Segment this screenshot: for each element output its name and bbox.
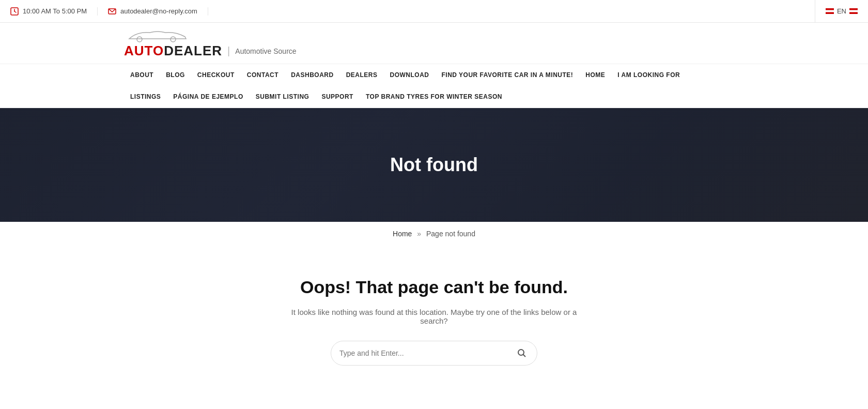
nav-item-about[interactable]: ABOUT [124, 64, 160, 86]
hours-text: 10:00 AM To 5:00 PM [23, 7, 87, 15]
nav-row-2: LISTINGS PÁGINA DE EJEMPLO SUBMIT LISTIN… [124, 86, 744, 108]
search-icon [517, 349, 526, 358]
logo-area: AUTODEALER | Automotive Source [124, 43, 297, 59]
language-label: EN [837, 7, 846, 15]
nav-item-dashboard[interactable]: DASHBOARD [285, 64, 340, 86]
nav-item-submit-listing[interactable]: SUBMIT LISTING [250, 86, 316, 108]
nav-row-1: ABOUT BLOG CHECKOUT CONTACT DASHBOARD DE… [124, 64, 744, 86]
nav-item-blog[interactable]: BLOG [160, 64, 191, 86]
primary-nav: ABOUT BLOG CHECKOUT CONTACT DASHBOARD DE… [0, 64, 868, 108]
logo-separator: | [227, 45, 230, 57]
main-content: Oops! That page can't be found. It looks… [0, 246, 868, 407]
nav-item-find-car[interactable]: FIND YOUR FAVORITE CAR IN A MINUTE! [435, 64, 579, 86]
nav-item-contact[interactable]: CONTACT [241, 64, 285, 86]
svg-point-10 [171, 37, 176, 42]
breadcrumb-current: Page not found [426, 230, 475, 238]
logo-wrapper[interactable]: AUTODEALER | Automotive Source [124, 27, 297, 59]
svg-rect-8 [849, 10, 858, 12]
business-hours: 10:00 AM To 5:00 PM [0, 7, 98, 16]
hero-title: Not found [390, 154, 478, 176]
breadcrumb-home-link[interactable]: Home [393, 230, 412, 238]
email-icon [108, 7, 116, 16]
breadcrumb-separator: » [417, 230, 421, 238]
error-description: It looks like nothing was found at this … [289, 308, 579, 325]
nav-item-home[interactable]: HOME [579, 64, 611, 86]
svg-point-9 [137, 37, 142, 42]
svg-point-11 [518, 350, 524, 355]
nav-item-looking-for[interactable]: I AM LOOKING FOR [611, 64, 686, 86]
nav-item-checkout[interactable]: CHECKOUT [191, 64, 241, 86]
language-selector[interactable]: EN [815, 0, 868, 22]
hero-banner: Not found [0, 108, 868, 222]
logo-tagline: Automotive Source [235, 47, 296, 55]
logo-dealer-text: DEALER [164, 43, 222, 58]
error-heading: Oops! That page can't be found. [300, 277, 568, 297]
nav-item-download[interactable]: DOWNLOAD [383, 64, 435, 86]
top-bar-left: 10:00 AM To 5:00 PM autodealer@no-reply.… [0, 7, 815, 16]
top-bar: 10:00 AM To 5:00 PM autodealer@no-reply.… [0, 0, 868, 23]
svg-line-2 [14, 11, 16, 12]
car-silhouette-icon [124, 27, 191, 43]
email-text: autodealer@no-reply.com [120, 7, 197, 15]
flag-icon [826, 8, 834, 14]
clock-icon [10, 7, 19, 16]
email-contact: autodealer@no-reply.com [98, 7, 208, 16]
nav-item-support[interactable]: SUPPORT [315, 86, 360, 108]
search-input[interactable] [339, 349, 515, 357]
breadcrumb-box: Home » Page not found [362, 221, 506, 246]
svg-line-12 [523, 355, 526, 357]
nav-item-pagina-ejemplo[interactable]: PÁGINA DE EJEMPLO [167, 86, 249, 108]
search-box [331, 341, 537, 366]
flag2-icon [849, 8, 858, 14]
site-header: AUTODEALER | Automotive Source [0, 23, 868, 64]
logo-auto-text: AUTO [124, 43, 164, 58]
breadcrumb-bar: Home » Page not found [0, 221, 868, 246]
nav-item-tyres[interactable]: TOP BRAND TYRES FOR WINTER SEASON [360, 86, 508, 108]
nav-item-listings[interactable]: LISTINGS [124, 86, 167, 108]
search-button[interactable] [515, 346, 529, 360]
nav-item-dealers[interactable]: DEALERS [340, 64, 384, 86]
